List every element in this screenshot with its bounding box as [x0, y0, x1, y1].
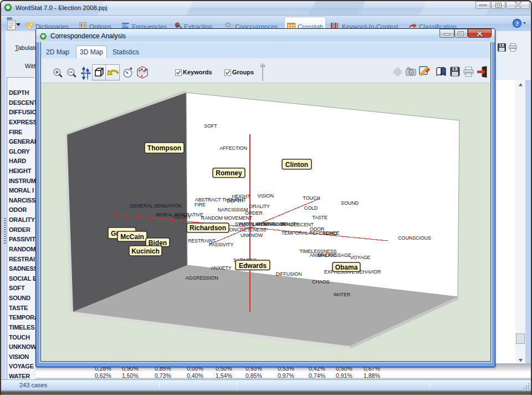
svg-text:TASTE: TASTE	[312, 215, 328, 220]
svg-text:Kucinich: Kucinich	[131, 247, 160, 255]
svg-text:RANDOM MOVEMENT: RANDOM MOVEMENT	[201, 215, 253, 221]
svg-text:DIFFUSION: DIFFUSION	[275, 271, 301, 277]
svg-text:AFFECTION: AFFECTION	[219, 145, 247, 151]
svg-text:CHAOS: CHAOS	[312, 279, 329, 285]
svg-text:NARCISSISM: NARCISSISM	[218, 207, 248, 212]
svg-text:VISION: VISION	[257, 193, 274, 199]
svg-text:COUNSCIOUS: COUNSCIOUS	[398, 235, 431, 241]
svg-text:TOUCH: TOUCH	[303, 195, 320, 201]
svg-text:CONCRETENESS: CONCRETENESS	[226, 227, 266, 232]
svg-text:SOUND: SOUND	[341, 200, 359, 206]
svg-text:UNKNOW: UNKNOW	[241, 232, 263, 238]
svg-text:?: ?	[515, 20, 519, 28]
svg-text:DEPTH: DEPTH	[227, 198, 243, 204]
svg-text:Thompson: Thompson	[147, 144, 181, 152]
svg-text:HARD: HARD	[324, 231, 338, 236]
svg-text:AGGRESSION: AGGRESSION	[185, 275, 218, 281]
svg-text:WATER: WATER	[334, 292, 351, 297]
svg-text:ANXIETY: ANXIETY	[211, 265, 232, 271]
svg-text:GENERAL SENSATION: GENERAL SENSATION	[130, 203, 182, 209]
svg-text:SOFT: SOFT	[204, 123, 217, 129]
svg-text:Romney: Romney	[216, 169, 242, 177]
svg-text:Clinton: Clinton	[285, 161, 308, 169]
svg-text:Richardson: Richardson	[190, 224, 226, 232]
svg-text:Obama: Obama	[335, 264, 358, 271]
svg-text:ORALITY: ORALITY	[249, 204, 270, 209]
svg-text:PASSAGE: PASSAGE	[328, 252, 351, 258]
svg-text:PASSIVITY: PASSIVITY	[209, 242, 234, 247]
svg-text:VOYAGE: VOYAGE	[350, 255, 371, 260]
svg-text:FIRE: FIRE	[195, 202, 206, 207]
svg-text:McCain: McCain	[120, 233, 144, 241]
svg-text:COLD: COLD	[304, 205, 318, 211]
svg-text:GLORY: GLORY	[174, 214, 191, 220]
svg-text:Edwards: Edwards	[239, 262, 267, 270]
